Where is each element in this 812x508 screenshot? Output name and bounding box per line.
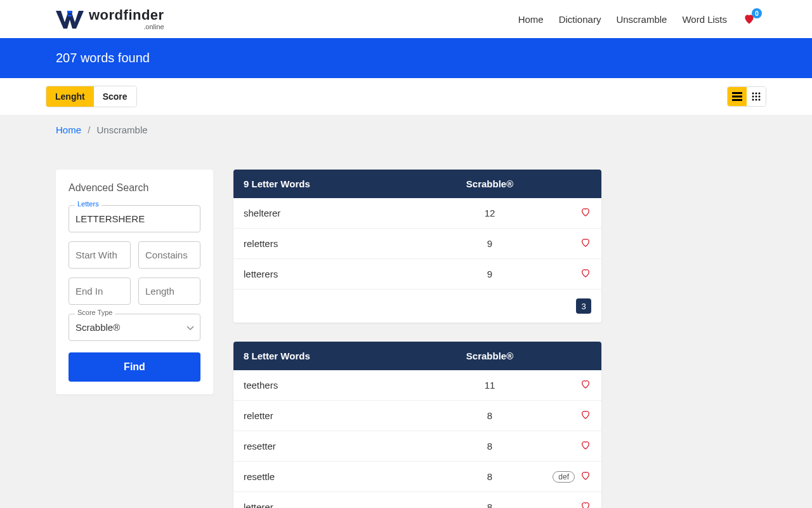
favorite-button[interactable] bbox=[580, 501, 591, 508]
result-count-badge: 3 bbox=[576, 298, 591, 314]
sort-score-button[interactable]: Score bbox=[94, 86, 136, 107]
svg-point-6 bbox=[756, 93, 757, 95]
result-header-score: Scrabble® bbox=[433, 351, 547, 361]
svg-rect-1 bbox=[68, 15, 72, 17]
view-list-button[interactable] bbox=[728, 87, 747, 106]
result-row: reletters9 bbox=[233, 229, 601, 259]
advanced-search-card: Advenced Search Letters Score bbox=[56, 170, 213, 394]
main-nav: Home Dictionary Unscramble Word Lists 0 bbox=[518, 13, 756, 25]
result-word[interactable]: reletters bbox=[244, 238, 433, 249]
result-row: resetter8 bbox=[233, 431, 601, 462]
result-header: 9 Letter WordsScrabble® bbox=[233, 170, 601, 198]
heart-outline-icon bbox=[580, 207, 591, 219]
svg-point-8 bbox=[752, 96, 754, 98]
result-header-score: Scrabble® bbox=[433, 178, 547, 189]
favorite-button[interactable] bbox=[580, 237, 591, 250]
find-button[interactable]: Find bbox=[69, 352, 200, 382]
startwith-input[interactable] bbox=[69, 241, 131, 269]
scoretype-select[interactable] bbox=[69, 314, 200, 341]
logo-main-text: wordfinder bbox=[89, 8, 164, 22]
advanced-search-title: Advenced Search bbox=[69, 182, 200, 194]
scoretype-label: Score Type bbox=[75, 309, 115, 316]
result-score: 8 bbox=[433, 502, 547, 508]
heart-outline-icon bbox=[580, 237, 591, 250]
heart-outline-icon bbox=[580, 471, 591, 483]
result-score: 9 bbox=[433, 269, 547, 279]
favorite-button[interactable] bbox=[580, 379, 591, 391]
favorite-button[interactable] bbox=[580, 207, 591, 219]
result-word[interactable]: letterer bbox=[244, 502, 433, 508]
contains-input[interactable] bbox=[138, 241, 200, 269]
heart-outline-icon bbox=[580, 268, 591, 280]
result-word[interactable]: reletter bbox=[244, 410, 433, 421]
result-row: teethers11 bbox=[233, 370, 601, 401]
breadcrumb-sep: / bbox=[88, 124, 90, 135]
svg-rect-2 bbox=[732, 92, 742, 94]
svg-point-5 bbox=[752, 93, 754, 95]
results-count-text: 207 words found bbox=[56, 51, 756, 65]
svg-point-7 bbox=[759, 93, 761, 95]
favorite-button[interactable] bbox=[580, 410, 591, 422]
result-row: letterer8 bbox=[233, 492, 601, 508]
favorites-button[interactable]: 0 bbox=[742, 13, 756, 25]
result-row: shelterer12 bbox=[233, 198, 601, 229]
nav-unscramble[interactable]: Unscramble bbox=[616, 14, 667, 25]
view-grid-button[interactable] bbox=[747, 87, 766, 106]
svg-rect-4 bbox=[732, 99, 742, 101]
list-icon bbox=[732, 92, 742, 101]
logo-sub-text: .online bbox=[89, 23, 164, 30]
favorites-count: 0 bbox=[752, 8, 762, 18]
favorite-button[interactable] bbox=[580, 471, 591, 483]
result-header-title: 8 Letter Words bbox=[244, 351, 433, 361]
result-footer: 3 bbox=[233, 290, 601, 323]
svg-point-11 bbox=[752, 99, 754, 101]
breadcrumb: Home / Unscramble bbox=[56, 116, 756, 144]
result-score: 8 bbox=[433, 410, 547, 421]
endin-input[interactable] bbox=[69, 277, 131, 305]
result-score: 8 bbox=[433, 471, 547, 482]
heart-outline-icon bbox=[580, 379, 591, 391]
result-score: 11 bbox=[433, 380, 547, 391]
result-header-title: 9 Letter Words bbox=[244, 178, 433, 189]
breadcrumb-home[interactable]: Home bbox=[56, 124, 81, 135]
nav-home[interactable]: Home bbox=[518, 14, 544, 25]
nav-dictionary[interactable]: Dictionary bbox=[559, 14, 601, 25]
heart-outline-icon bbox=[580, 440, 591, 452]
svg-point-10 bbox=[759, 96, 761, 98]
svg-point-13 bbox=[759, 99, 761, 101]
logo[interactable]: wordfinder .online bbox=[56, 8, 164, 30]
result-word[interactable]: shelterer bbox=[244, 208, 433, 218]
svg-point-12 bbox=[756, 99, 757, 101]
sort-length-button[interactable]: Lenght bbox=[46, 86, 94, 107]
svg-rect-3 bbox=[732, 96, 742, 98]
result-word[interactable]: letterers bbox=[244, 269, 433, 279]
svg-rect-0 bbox=[67, 11, 72, 13]
result-score: 12 bbox=[433, 208, 547, 218]
result-header: 8 Letter WordsScrabble® bbox=[233, 342, 601, 370]
result-row: letterers9 bbox=[233, 259, 601, 290]
result-block: 9 Letter WordsScrabble®shelterer12relett… bbox=[233, 170, 601, 323]
heart-outline-icon bbox=[580, 501, 591, 508]
result-row: resettle8def bbox=[233, 462, 601, 492]
heart-outline-icon bbox=[580, 410, 591, 422]
view-toggle bbox=[727, 86, 766, 107]
result-word[interactable]: resetter bbox=[244, 441, 433, 451]
result-score: 8 bbox=[433, 441, 547, 451]
result-block: 8 Letter WordsScrabble®teethers11relette… bbox=[233, 342, 601, 508]
letters-label: Letters bbox=[75, 200, 102, 208]
sort-toggle: Lenght Score bbox=[46, 86, 137, 107]
nav-wordlists[interactable]: Word Lists bbox=[682, 14, 727, 25]
results-banner: 207 words found bbox=[0, 38, 812, 78]
result-score: 9 bbox=[433, 238, 547, 249]
svg-point-9 bbox=[756, 96, 757, 98]
result-word[interactable]: resettle bbox=[244, 471, 433, 482]
length-input[interactable] bbox=[138, 277, 200, 305]
favorite-button[interactable] bbox=[580, 268, 591, 280]
def-badge[interactable]: def bbox=[553, 471, 575, 483]
favorite-button[interactable] bbox=[580, 440, 591, 452]
grid-icon bbox=[752, 92, 761, 101]
breadcrumb-current: Unscramble bbox=[97, 124, 148, 135]
result-row: reletter8 bbox=[233, 401, 601, 431]
result-word[interactable]: teethers bbox=[244, 380, 433, 391]
letters-input[interactable] bbox=[69, 205, 200, 232]
